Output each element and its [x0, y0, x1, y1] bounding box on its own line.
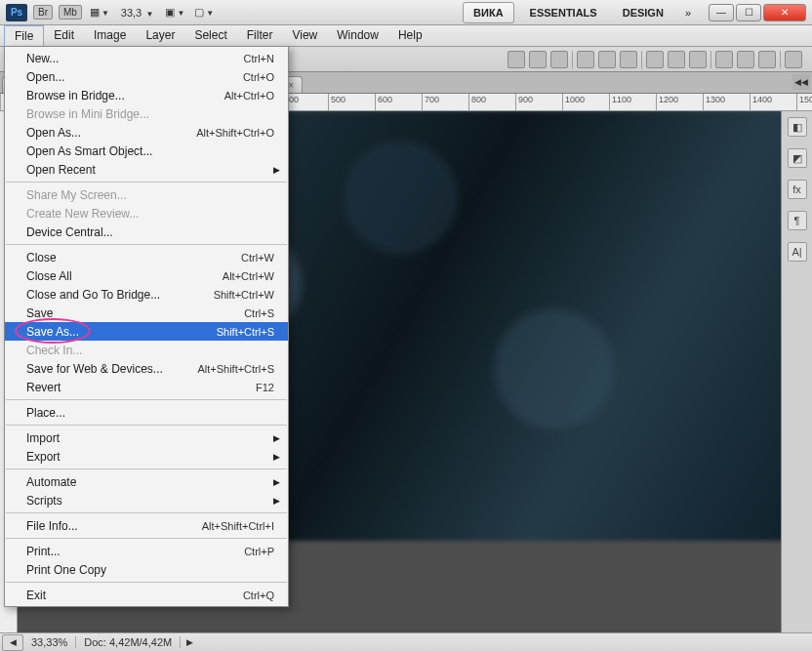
menu-item-label: Place...: [26, 406, 274, 420]
character-panel-icon[interactable]: A|: [788, 242, 807, 262]
menu-separator: [6, 244, 287, 245]
dist-left-icon[interactable]: [646, 51, 664, 68]
ruler-tick: 600: [376, 94, 423, 110]
menu-image[interactable]: Image: [84, 25, 136, 46]
adjustments-panel-icon[interactable]: ◩: [788, 148, 807, 168]
menu-item-label: Save: [26, 306, 244, 320]
menu-select[interactable]: Select: [184, 25, 236, 46]
app-bar: Ps Br Mb ▦▼ 33,3 ▼ ▣▼ ▢▼ ВИКА ESSENTIALS…: [0, 0, 812, 25]
menu-item-shortcut: Alt+Ctrl+O: [224, 90, 274, 102]
menu-item-label: Import: [26, 431, 274, 445]
menu-file[interactable]: File: [4, 25, 44, 46]
file-menu-item[interactable]: New...Ctrl+N: [5, 49, 288, 67]
auto-align-icon[interactable]: [785, 51, 802, 68]
menu-item-label: File Info...: [26, 519, 202, 533]
file-menu-item[interactable]: Open...Ctrl+O: [5, 67, 288, 86]
file-menu-item[interactable]: Close AllAlt+Ctrl+W: [5, 266, 288, 285]
file-menu-item[interactable]: Print One Copy: [5, 560, 288, 579]
menu-filter[interactable]: Filter: [237, 25, 283, 46]
menu-help[interactable]: Help: [388, 25, 432, 46]
status-zoom[interactable]: 33,33%: [23, 636, 76, 648]
workspace-vika[interactable]: ВИКА: [463, 2, 514, 23]
menu-item-label: Open...: [26, 70, 243, 84]
submenu-arrow-icon: ▶: [273, 496, 280, 506]
paragraph-panel-icon[interactable]: ¶: [788, 211, 807, 230]
submenu-arrow-icon: ▶: [273, 165, 280, 175]
file-menu-item[interactable]: CloseCtrl+W: [5, 248, 288, 266]
file-menu-item[interactable]: Save for Web & Devices...Alt+Shift+Ctrl+…: [5, 359, 288, 378]
menu-item-label: Close and Go To Bridge...: [26, 288, 214, 302]
align-vcenter-icon[interactable]: [598, 51, 616, 68]
menu-item-label: Save for Web & Devices...: [26, 362, 197, 376]
dist-vcenter-icon[interactable]: [737, 51, 754, 68]
align-top-icon[interactable]: [577, 51, 594, 68]
file-menu-item[interactable]: ExitCtrl+Q: [5, 586, 288, 604]
window-maximize-button[interactable]: ☐: [736, 4, 761, 21]
view-extras-dropdown[interactable]: ▦▼: [88, 6, 111, 19]
ruler-tick: 700: [423, 94, 469, 110]
menu-item-shortcut: Alt+Shift+Ctrl+S: [197, 363, 274, 375]
menu-item-label: Save As...: [26, 325, 217, 339]
menu-item-shortcut: Alt+Ctrl+W: [223, 270, 274, 282]
file-menu-item[interactable]: RevertF12: [5, 378, 288, 396]
styles-panel-icon[interactable]: fx: [788, 180, 807, 199]
workspace-essentials[interactable]: ESSENTIALS: [520, 3, 607, 22]
status-doc-info[interactable]: Doc: 4,42M/4,42M: [76, 636, 181, 648]
dist-top-icon[interactable]: [715, 51, 733, 68]
file-menu-item[interactable]: Automate▶: [5, 472, 288, 491]
file-menu-item[interactable]: SaveCtrl+S: [5, 304, 288, 322]
file-menu-item[interactable]: Open As Smart Object...: [5, 142, 288, 160]
menu-view[interactable]: View: [282, 25, 327, 46]
minibridge-chip[interactable]: Mb: [59, 5, 82, 20]
arrange-dropdown[interactable]: ▣▼: [163, 6, 186, 19]
menu-window[interactable]: Window: [327, 25, 388, 46]
status-info-menu-icon[interactable]: ▶: [181, 637, 199, 647]
menu-item-label: Check In...: [26, 344, 274, 357]
file-menu-item[interactable]: Open As...Alt+Shift+Ctrl+O: [5, 123, 288, 142]
window-minimize-button[interactable]: —: [709, 4, 734, 21]
ruler-tick: 800: [469, 94, 516, 110]
file-menu-item[interactable]: Save As...Shift+Ctrl+S: [5, 322, 288, 341]
menu-item-shortcut: Shift+Ctrl+W: [214, 289, 274, 301]
ruler-tick: 1300: [704, 94, 751, 110]
tab-close-icon[interactable]: ×: [288, 80, 294, 91]
menu-item-shortcut: Ctrl+N: [244, 53, 274, 64]
file-menu-item[interactable]: File Info...Alt+Shift+Ctrl+I: [5, 516, 288, 535]
dist-hcenter-icon[interactable]: [668, 51, 685, 68]
status-prev-icon[interactable]: ◀: [2, 634, 23, 651]
layers-panel-icon[interactable]: ◧: [788, 117, 807, 137]
app-logo: Ps: [6, 4, 27, 21]
window-close-button[interactable]: ✕: [763, 4, 806, 21]
align-hcenter-icon[interactable]: [529, 51, 547, 68]
workspace-design[interactable]: DESIGN: [613, 3, 673, 22]
file-menu-item[interactable]: Scripts▶: [5, 491, 288, 509]
align-bottom-icon[interactable]: [620, 51, 637, 68]
ruler-tick: 1000: [563, 94, 610, 110]
file-menu-item[interactable]: Print...Ctrl+P: [5, 542, 288, 560]
align-right-icon[interactable]: [550, 51, 568, 68]
file-menu-item[interactable]: Open Recent▶: [5, 160, 288, 179]
workspace-more-icon[interactable]: »: [679, 7, 697, 19]
screenmode-dropdown[interactable]: ▢▼: [192, 6, 216, 19]
menu-edit[interactable]: Edit: [44, 25, 84, 46]
dist-bottom-icon[interactable]: [758, 51, 776, 68]
separator-icon: [572, 51, 573, 68]
zoom-field[interactable]: 33,3 ▼: [121, 7, 154, 19]
menu-item-label: Open As Smart Object...: [26, 144, 274, 158]
file-menu-item[interactable]: Device Central...: [5, 223, 288, 241]
separator-icon: [710, 51, 711, 68]
menu-item-label: Device Central...: [26, 225, 274, 239]
align-left-icon[interactable]: [508, 51, 525, 68]
file-menu-item[interactable]: Export▶: [5, 447, 288, 466]
menu-item-label: Scripts: [26, 494, 274, 508]
file-menu-item[interactable]: Import▶: [5, 428, 288, 447]
menu-layer[interactable]: Layer: [136, 25, 184, 46]
file-menu-item[interactable]: Close and Go To Bridge...Shift+Ctrl+W: [5, 285, 288, 304]
dist-right-icon[interactable]: [689, 51, 707, 68]
file-menu-item[interactable]: Browse in Bridge...Alt+Ctrl+O: [5, 86, 288, 104]
file-menu-item[interactable]: Place...: [5, 403, 288, 422]
bridge-chip[interactable]: Br: [33, 5, 53, 20]
panel-collapse-icon[interactable]: ◀◀: [792, 74, 810, 90]
submenu-arrow-icon: ▶: [273, 433, 280, 443]
menu-item-shortcut: Ctrl+Q: [243, 590, 274, 601]
